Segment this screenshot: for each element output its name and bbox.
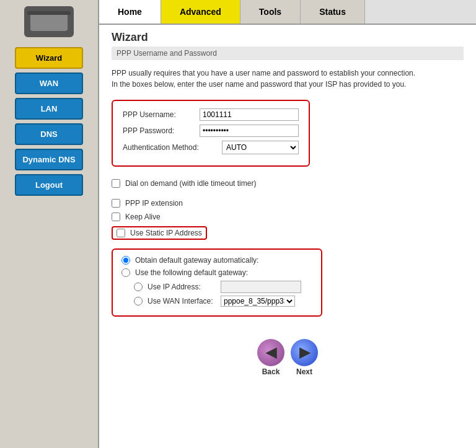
- use-static-ip-checkbox[interactable]: [117, 229, 125, 237]
- use-ip-item: Use IP Address:: [134, 281, 312, 293]
- use-wan-radio[interactable]: [134, 297, 143, 305]
- sidebar-item-logout[interactable]: Logout: [15, 174, 83, 196]
- auth-label: Authentication Method:: [123, 143, 222, 152]
- ppp-ip-extension-label: PPP IP extension: [125, 199, 183, 208]
- dial-on-demand-checkbox[interactable]: [112, 179, 120, 188]
- password-input[interactable]: [200, 125, 299, 137]
- tab-home[interactable]: Home: [99, 0, 161, 24]
- tab-status[interactable]: Status: [301, 0, 365, 24]
- use-wan-label: Use WAN Interface:: [148, 297, 216, 305]
- top-nav: Home Advanced Tools Status: [99, 0, 476, 25]
- tab-tools[interactable]: Tools: [240, 0, 301, 24]
- sidebar-item-wan[interactable]: WAN: [15, 72, 83, 94]
- ppp-ip-extension-item: PPP IP extension: [112, 199, 464, 208]
- back-label: Back: [262, 367, 280, 376]
- obtain-auto-item: Obtain default gateway automatically:: [121, 256, 312, 265]
- sidebar-item-dns[interactable]: DNS: [15, 123, 83, 145]
- sidebar-item-dynamic-dns[interactable]: Dynamic DNS: [15, 149, 83, 170]
- content-area: Wizard PPP Username and Password PPP usu…: [99, 25, 476, 448]
- password-label: PPP Password:: [123, 126, 200, 135]
- dial-on-demand-item: Dial on demand (with idle timeout timer): [112, 179, 464, 188]
- description: PPP usually requires that you have a use…: [112, 68, 464, 90]
- use-following-item: Use the following default gateway:: [121, 268, 312, 277]
- use-static-ip-highlight: Use Static IP Address: [112, 226, 207, 240]
- sidebar: Wizard WAN LAN DNS Dynamic DNS Logout: [0, 0, 99, 448]
- password-row: PPP Password:: [123, 125, 299, 137]
- gateway-box: Obtain default gateway automatically: Us…: [112, 248, 322, 317]
- breadcrumb: PPP Username and Password: [112, 46, 464, 60]
- use-static-ip-label: Use Static IP Address: [130, 229, 202, 237]
- tab-advanced[interactable]: Advanced: [161, 0, 240, 24]
- auth-select[interactable]: AUTO PAP CHAP MS-CHAP: [222, 141, 299, 154]
- auth-row: Authentication Method: AUTO PAP CHAP MS-…: [123, 141, 299, 154]
- use-following-radio[interactable]: [121, 268, 130, 277]
- next-button[interactable]: ▶ Next: [291, 339, 318, 376]
- sidebar-item-wizard[interactable]: Wizard: [15, 47, 83, 69]
- back-icon: ◀: [257, 339, 284, 366]
- use-static-ip-item: Use Static IP Address: [112, 226, 464, 240]
- ip-address-input[interactable]: [221, 281, 301, 293]
- keep-alive-label: Keep Alive: [125, 213, 161, 221]
- bottom-nav: ◀ Back ▶ Next: [112, 329, 464, 386]
- sub-radio-section: Use IP Address: Use WAN Interface: pppoe…: [134, 281, 312, 307]
- use-wan-item: Use WAN Interface: pppoe_8_35/ppp33: [134, 296, 312, 307]
- next-icon: ▶: [291, 339, 318, 366]
- use-following-label: Use the following default gateway:: [135, 268, 248, 277]
- obtain-auto-radio[interactable]: [121, 256, 130, 265]
- keep-alive-item: Keep Alive: [112, 213, 464, 221]
- username-input[interactable]: [200, 108, 299, 121]
- main-content: Home Advanced Tools Status Wizard PPP Us…: [99, 0, 476, 448]
- username-row: PPP Username:: [123, 108, 299, 121]
- ppp-form-box: PPP Username: PPP Password: Authenticati…: [112, 100, 310, 167]
- use-ip-label: Use IP Address:: [148, 283, 216, 291]
- obtain-auto-label: Obtain default gateway automatically:: [135, 256, 258, 265]
- back-button[interactable]: ◀ Back: [257, 339, 284, 376]
- sidebar-item-lan[interactable]: LAN: [15, 98, 83, 120]
- use-ip-radio[interactable]: [134, 283, 143, 291]
- page-title: Wizard: [112, 31, 464, 44]
- checkbox-section: Dial on demand (with idle timeout timer)…: [112, 179, 464, 240]
- router-icon: [24, 6, 74, 37]
- keep-alive-checkbox[interactable]: [112, 213, 120, 221]
- ppp-ip-extension-checkbox[interactable]: [112, 199, 120, 208]
- next-label: Next: [296, 367, 312, 376]
- dial-on-demand-label: Dial on demand (with idle timeout timer): [125, 179, 256, 188]
- username-label: PPP Username:: [123, 110, 200, 119]
- wan-interface-select[interactable]: pppoe_8_35/ppp33: [221, 296, 295, 307]
